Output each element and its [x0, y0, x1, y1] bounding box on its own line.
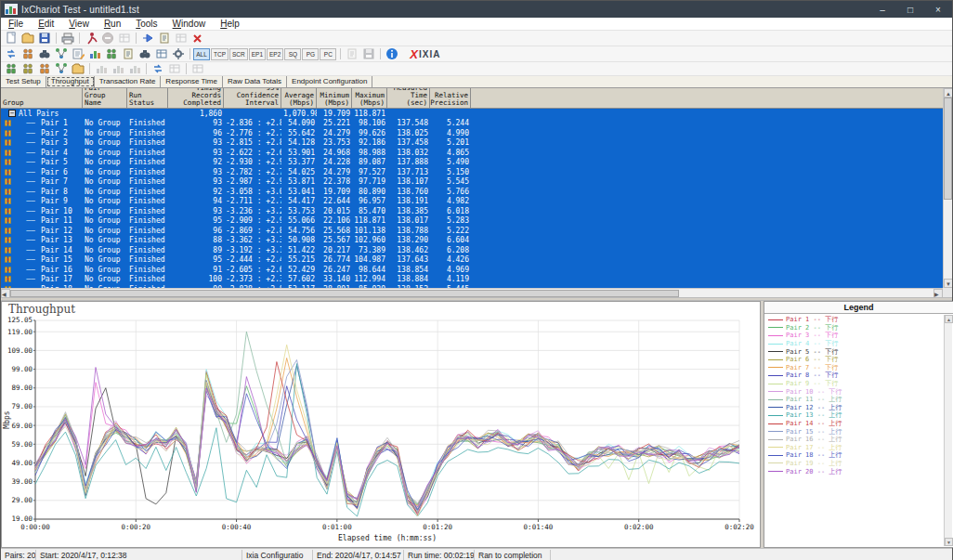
delete-pair-icon[interactable]	[189, 32, 206, 46]
table-row[interactable]: ——Pair 9No GroupFinished94-2.711 : +2.71…	[1, 197, 943, 207]
column-header[interactable]: Measured Time (sec)	[387, 88, 430, 109]
table-row[interactable]: ——Pair 8No GroupFinished92-3.058 : +3.05…	[1, 187, 943, 197]
menu-window[interactable]: Window	[165, 18, 214, 31]
table-horizontal-scrollbar[interactable]: ◀ ▶	[1, 288, 943, 297]
view-button-pg[interactable]: PG	[302, 48, 319, 60]
link-pairs-icon[interactable]	[150, 62, 166, 76]
table-view-icon[interactable]	[153, 47, 170, 61]
menu-tools[interactable]: Tools	[128, 18, 164, 31]
minimize-button[interactable]: –	[868, 1, 896, 18]
table-row[interactable]: ——Pair 5No GroupFinished92-2.930 : +2.93…	[1, 158, 943, 168]
open-test-icon[interactable]	[20, 32, 36, 46]
y-tick-label: 119.00	[7, 328, 33, 336]
legend-scrollbar[interactable]: ▲ ▼	[944, 315, 952, 546]
tab-raw-data-totals[interactable]: Raw Data Totals	[223, 76, 287, 87]
table-vertical-scrollbar[interactable]: ▲ ▼	[943, 88, 952, 288]
units-icon[interactable]	[86, 47, 103, 61]
scroll-up-icon[interactable]: ▲	[944, 88, 952, 98]
table-row[interactable]: ——Pair 17No GroupFinished100-2.373 : +2.…	[1, 275, 943, 285]
table-row[interactable]: ——Pair 15No GroupFinished95-2.444 : +2.4…	[1, 255, 943, 266]
tab-throughput[interactable]: Throughput	[46, 76, 95, 87]
add-endpoint-pair-icon[interactable]	[3, 62, 20, 76]
tab-test-setup[interactable]: Test Setup	[1, 76, 46, 87]
table-row[interactable]: ——Pair 4No GroupFinished93-2.622 : +2.62…	[1, 148, 943, 158]
column-header[interactable]: Run Status	[127, 88, 168, 109]
column-header[interactable]: Minimum (Mbps)	[317, 88, 352, 109]
view-button-scr[interactable]: SCR	[229, 48, 248, 60]
edit-pair-icon[interactable]	[156, 32, 173, 46]
view-button-pc[interactable]: PC	[320, 48, 336, 60]
close-button[interactable]: ×	[924, 1, 952, 18]
column-header[interactable]: Relative Precision	[430, 88, 471, 109]
table-cell: 92	[168, 158, 224, 166]
menu-file[interactable]: File	[1, 18, 31, 31]
table-row[interactable]: ——Pair 7No GroupFinished93-2.987 : +2.98…	[1, 177, 943, 188]
view-button-all[interactable]: ALL	[193, 48, 210, 60]
swap-endpoints-icon[interactable]	[20, 62, 36, 76]
print-icon[interactable]	[59, 32, 76, 46]
table-row[interactable]: ——Pair 16No GroupFinished91-2.605 : +2.6…	[1, 265, 943, 275]
scroll-up-icon[interactable]: ▲	[945, 315, 953, 323]
connect-pair-icon[interactable]	[36, 62, 53, 76]
change-network-icon[interactable]	[3, 47, 20, 61]
view-button-tcp[interactable]: TCP	[211, 48, 228, 60]
table-row[interactable]: ——Pair 12No GroupFinished96-2.869 : +2.8…	[1, 226, 943, 236]
column-header[interactable]: Average (Mbps)	[281, 88, 317, 109]
scroll-right-icon[interactable]: ▶	[933, 289, 943, 298]
column-header[interactable]: Pair Group Name	[83, 88, 127, 109]
table-cell: No Group	[83, 188, 127, 196]
view-button-sq[interactable]: SQ	[284, 48, 301, 60]
table-cell: 23.753	[317, 138, 352, 147]
tab-transaction-rate[interactable]: Transaction Rate	[95, 76, 162, 87]
scrollbar-thumb[interactable]	[10, 290, 679, 297]
column-header[interactable]: 95% Confidence Interval	[224, 88, 281, 109]
options-icon[interactable]	[170, 47, 187, 61]
table-row[interactable]: ——Pair 1No GroupFinished93-2.836 : +2.83…	[1, 119, 943, 129]
menu-help[interactable]: Help	[213, 18, 247, 31]
save-test-icon[interactable]	[36, 32, 53, 46]
table-row[interactable]: ——Pair 14No GroupFinished89-3.192 : +3.1…	[1, 245, 943, 255]
column-header[interactable]: Group	[1, 88, 83, 109]
notes-icon[interactable]	[120, 47, 137, 61]
table-cell: -2.782 : +2.782	[224, 168, 281, 176]
add-pair-icon[interactable]	[139, 32, 156, 46]
menu-run[interactable]: Run	[97, 18, 128, 31]
table-row[interactable]: ——Pair 6No GroupFinished93-2.782 : +2.78…	[1, 167, 943, 177]
multicast-group-icon[interactable]	[53, 47, 70, 61]
tab-response-time[interactable]: Response Time	[161, 76, 223, 87]
add-pairs-icon[interactable]	[20, 47, 36, 61]
y-tick-label: 99.00	[11, 365, 33, 373]
find-pair-icon[interactable]	[36, 47, 53, 61]
info-icon[interactable]	[384, 47, 400, 61]
collapse-icon[interactable]: −	[8, 110, 16, 117]
view-button-ep1[interactable]: EP1	[249, 48, 266, 60]
scroll-left-icon[interactable]: ◀	[1, 289, 10, 298]
menu-view[interactable]: View	[61, 18, 97, 31]
scroll-down-icon[interactable]: ▼	[945, 538, 953, 546]
table-row[interactable]: ——Pair 13No GroupFinished88-3.362 : +3.3…	[1, 236, 943, 246]
new-test-icon[interactable]	[3, 32, 20, 46]
table-row[interactable]: ——Pair 2No GroupFinished96-2.776 : +2.77…	[1, 128, 943, 138]
table-row[interactable]: ——Pair 11No GroupFinished95-2.909 : +2.9…	[1, 216, 943, 227]
column-header[interactable]: Maximum (Mbps)	[352, 88, 387, 109]
search-icon[interactable]	[137, 47, 153, 61]
results-table: GroupPair Group NameRun StatusTiming Rec…	[1, 88, 952, 297]
pair-icon	[4, 177, 12, 186]
group-pairs-icon[interactable]	[103, 47, 120, 61]
maximize-button[interactable]: □	[896, 1, 924, 18]
scroll-down-icon[interactable]: ▼	[944, 279, 952, 288]
menu-edit[interactable]: Edit	[31, 18, 61, 31]
column-header[interactable]: Timing Records Completed	[168, 88, 224, 109]
scrollbar-thumb[interactable]	[944, 98, 952, 200]
table-row-all-pairs[interactable]: −All Pairs1,8601,070.98119.709118.871	[1, 109, 943, 119]
table-cell: 24.279	[317, 168, 352, 176]
open-endpoint-config-icon[interactable]	[70, 62, 86, 76]
table-row[interactable]: ——Pair 3No GroupFinished93-2.815 : +2.81…	[1, 138, 943, 149]
table-cell: No Group	[83, 158, 127, 166]
run-test-icon[interactable]	[83, 32, 99, 46]
tab-endpoint-configuration[interactable]: Endpoint Configuration	[287, 76, 372, 87]
table-row[interactable]: ——Pair 10No GroupFinished93-3.236 : +3.2…	[1, 206, 943, 216]
edit-config-icon[interactable]	[70, 47, 86, 61]
multicast-pair-icon[interactable]	[53, 62, 70, 76]
view-button-ep2[interactable]: EP2	[267, 48, 283, 60]
